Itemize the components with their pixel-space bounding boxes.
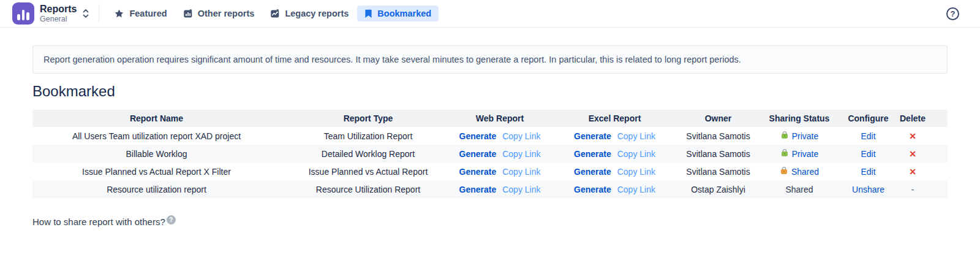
- app-title: Reports: [40, 4, 77, 15]
- lock-green-icon: [780, 148, 789, 159]
- excel-generate-link[interactable]: Generate: [574, 167, 611, 177]
- sharing-status-link[interactable]: Private: [792, 131, 819, 141]
- tab-label: Bookmarked: [377, 9, 431, 18]
- web-generate-link[interactable]: Generate: [459, 149, 497, 159]
- report-type: Detailed Worklog Report: [276, 145, 453, 163]
- help-icon[interactable]: ?: [946, 7, 959, 20]
- report-name: All Users Team utilization report XAD pr…: [32, 127, 276, 145]
- web-generate-link[interactable]: Generate: [459, 167, 497, 177]
- bar-chart-icon: [183, 9, 193, 18]
- owner: Ostap Zaishlyi: [683, 180, 753, 198]
- share-help-row: How to share report with others? ?: [32, 217, 948, 227]
- line-chart-icon: [270, 9, 280, 18]
- bookmark-icon: [364, 9, 372, 18]
- report-name: Issue Planned vs Actual Report X Filter: [32, 163, 276, 180]
- delete-placeholder: -: [911, 185, 914, 194]
- col-header-excel-report: Excel Report: [546, 110, 683, 127]
- excel-copy-link[interactable]: Copy Link: [617, 131, 655, 141]
- table-row: All Users Team utilization report XAD pr…: [32, 127, 948, 145]
- page-title: Bookmarked: [32, 82, 948, 101]
- col-header-web-report: Web Report: [453, 110, 546, 127]
- delete-button[interactable]: ✕: [909, 149, 916, 159]
- main-content: Report generation operation requires sig…: [0, 45, 980, 227]
- share-help-text: How to share report with others?: [32, 217, 165, 227]
- unshare-link[interactable]: Unshare: [852, 185, 884, 194]
- report-name: Resource utilization report: [32, 180, 276, 198]
- info-banner-text: Report generation operation requires sig…: [43, 55, 741, 64]
- tab-label: Featured: [129, 9, 167, 18]
- info-banner: Report generation operation requires sig…: [32, 45, 948, 74]
- sharing-status-link[interactable]: Private: [792, 149, 819, 159]
- report-type: Resource Utilization Report: [276, 180, 453, 198]
- table-row: Resource utilization report Resource Uti…: [32, 180, 948, 198]
- topbar-right: ?: [946, 7, 959, 20]
- excel-copy-link[interactable]: Copy Link: [617, 185, 655, 194]
- web-generate-link[interactable]: Generate: [459, 185, 497, 194]
- col-header-owner: Owner: [683, 110, 753, 127]
- lock-green-icon: [780, 131, 789, 141]
- excel-generate-link[interactable]: Generate: [574, 149, 611, 159]
- web-generate-link[interactable]: Generate: [459, 131, 497, 141]
- question-badge-icon[interactable]: ?: [167, 215, 176, 224]
- col-header-delete: Delete: [891, 110, 934, 127]
- configure-link[interactable]: Edit: [861, 131, 875, 141]
- table-row: Billable Worklog Detailed Worklog Report…: [32, 145, 948, 163]
- excel-copy-link[interactable]: Copy Link: [617, 167, 655, 177]
- table-header-row: Report Name Report Type Web Report Excel…: [32, 110, 948, 127]
- excel-generate-link[interactable]: Generate: [574, 185, 611, 194]
- tab-featured[interactable]: Featured: [107, 6, 174, 22]
- report-type: Issue Planned vs Actual Report: [276, 163, 453, 180]
- sharing-status-text: Shared: [785, 185, 813, 194]
- web-copy-link[interactable]: Copy Link: [502, 149, 540, 159]
- topbar: Reports General Featured O: [0, 0, 980, 28]
- report-switcher-chevrons-icon[interactable]: [81, 8, 90, 19]
- app-title-block: Reports General: [40, 4, 77, 24]
- star-icon: [114, 9, 124, 19]
- app-logo-chart-icon: [12, 2, 34, 25]
- col-header-configure: Configure: [845, 110, 891, 127]
- tab-bar: Featured Other reports: [107, 6, 439, 22]
- table-row: Issue Planned vs Actual Report X Filter …: [32, 163, 948, 180]
- reports-table: Report Name Report Type Web Report Excel…: [32, 110, 948, 198]
- divider: [99, 4, 99, 23]
- lock-orange-icon: [780, 166, 788, 177]
- web-copy-link[interactable]: Copy Link: [502, 167, 540, 177]
- owner: Svitlana Samotis: [683, 163, 753, 180]
- report-name: Billable Worklog: [32, 145, 276, 163]
- tab-label: Legacy reports: [285, 9, 349, 18]
- app-subtitle: General: [40, 15, 77, 23]
- web-copy-link[interactable]: Copy Link: [502, 131, 540, 141]
- report-type: Team Utilization Report: [276, 127, 453, 145]
- owner: Svitlana Samotis: [683, 127, 753, 145]
- tab-label: Other reports: [198, 9, 255, 18]
- col-header-report-name: Report Name: [32, 110, 276, 127]
- excel-generate-link[interactable]: Generate: [574, 131, 611, 141]
- col-header-report-type: Report Type: [276, 110, 453, 127]
- tab-legacy-reports[interactable]: Legacy reports: [263, 6, 356, 21]
- sharing-status-link[interactable]: Shared: [791, 167, 819, 177]
- delete-button[interactable]: ✕: [909, 131, 916, 141]
- web-copy-link[interactable]: Copy Link: [502, 185, 540, 194]
- excel-copy-link[interactable]: Copy Link: [617, 149, 655, 159]
- tab-other-reports[interactable]: Other reports: [176, 6, 262, 21]
- owner: Svitlana Samotis: [683, 145, 753, 163]
- configure-link[interactable]: Edit: [861, 149, 875, 159]
- tab-bookmarked[interactable]: Bookmarked: [357, 6, 439, 21]
- configure-link[interactable]: Edit: [861, 167, 875, 177]
- delete-button[interactable]: ✕: [909, 167, 916, 177]
- col-header-sharing-status: Sharing Status: [753, 110, 845, 127]
